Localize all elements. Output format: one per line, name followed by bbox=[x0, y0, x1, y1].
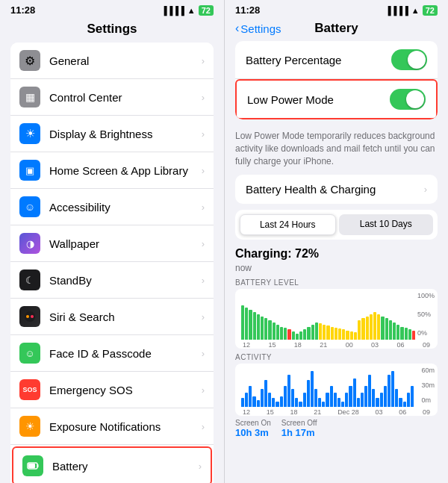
settings-list: ⚙ General › ▦ Control Center › ☀ Display… bbox=[0, 43, 224, 483]
activity-time-labels: 12 15 18 21 Dec 28 03 06 09 bbox=[241, 408, 432, 416]
chevron-icon: › bbox=[199, 461, 202, 472]
activity-bar bbox=[318, 398, 321, 407]
activity-bar bbox=[380, 393, 383, 407]
tab-24hours[interactable]: Last 24 Hours bbox=[240, 214, 336, 235]
act-time-06: 06 bbox=[399, 408, 406, 416]
battery-bar bbox=[408, 329, 411, 340]
exposure-label: Exposure Notifications bbox=[49, 420, 202, 433]
battery-bar bbox=[264, 318, 267, 340]
screen-off-label: Screen Off bbox=[281, 419, 317, 427]
chevron-icon: › bbox=[202, 165, 205, 176]
battery-toggles-section: Battery Percentage Low Power Mode bbox=[235, 41, 438, 119]
battery-percentage-label: Battery Percentage bbox=[246, 54, 341, 66]
activity-bar bbox=[384, 386, 387, 408]
emergency-icon: SOS bbox=[19, 379, 40, 400]
activity-chart: 60m 30m 0m 12 15 18 21 Dec 28 03 06 09 bbox=[235, 364, 438, 416]
control-center-label: Control Center bbox=[49, 91, 202, 104]
battery-bar bbox=[342, 329, 345, 340]
battery-bar bbox=[400, 327, 403, 340]
sidebar-item-exposure[interactable]: ☀ Exposure Notifications › bbox=[10, 408, 214, 445]
activity-bar bbox=[330, 386, 333, 408]
exposure-icon: ☀ bbox=[19, 416, 40, 437]
back-button[interactable]: ‹ Settings bbox=[235, 22, 281, 35]
battery-bar bbox=[389, 320, 392, 340]
activity-bar bbox=[252, 396, 255, 407]
battery-icon bbox=[22, 455, 43, 476]
sidebar-item-siri[interactable]: Siri & Search › bbox=[10, 299, 214, 335]
sidebar-item-wallpaper[interactable]: ◑ Wallpaper › bbox=[10, 225, 214, 262]
activity-bar bbox=[291, 389, 294, 407]
battery-health-row[interactable]: Battery Health & Charging › bbox=[235, 175, 438, 204]
sidebar-item-standby[interactable]: ☾ StandBy › bbox=[10, 262, 214, 299]
battery-percentage-toggle[interactable] bbox=[391, 49, 427, 70]
battery-bar bbox=[405, 328, 408, 340]
sidebar-item-emergency[interactable]: SOS Emergency SOS › bbox=[10, 372, 214, 408]
activity-bar bbox=[345, 393, 348, 407]
battery-bar bbox=[319, 323, 322, 340]
pct-50: 50% bbox=[417, 311, 435, 318]
toggle-knob bbox=[406, 90, 424, 108]
chart-pct-labels: 100% 50% 0% bbox=[417, 292, 435, 337]
act-0m: 0m bbox=[421, 396, 435, 404]
sidebar-item-general[interactable]: ⚙ General › bbox=[10, 43, 214, 79]
tab-10days[interactable]: Last 10 Days bbox=[339, 214, 434, 235]
accessibility-label: Accessibility bbox=[49, 201, 202, 214]
left-panel: 11:28 ▐▐▐▐ ▲ 72 Settings ⚙ General › ▦ C… bbox=[0, 0, 224, 483]
act-time-12: 12 bbox=[243, 408, 250, 416]
battery-bar bbox=[350, 331, 353, 340]
svg-point-2 bbox=[31, 315, 34, 318]
sidebar-item-battery[interactable]: Battery › bbox=[12, 446, 212, 483]
activity-bar bbox=[264, 380, 267, 407]
general-label: General bbox=[49, 54, 202, 67]
battery-bar bbox=[361, 318, 364, 340]
general-icon: ⚙ bbox=[19, 50, 40, 71]
battery-bar bbox=[393, 322, 396, 340]
battery-bar bbox=[396, 325, 399, 340]
sidebar-item-display[interactable]: ☀ Display & Brightness › bbox=[10, 116, 214, 152]
screen-info: Screen On 10h 3m Screen Off 1h 17m bbox=[225, 416, 448, 438]
act-60m: 60m bbox=[421, 367, 435, 374]
sidebar-item-face-id[interactable]: ☺ Face ID & Passcode › bbox=[10, 335, 214, 372]
control-center-icon: ▦ bbox=[19, 87, 40, 107]
activity-bar bbox=[395, 389, 398, 407]
right-title: Battery bbox=[314, 21, 358, 36]
left-status-bar: 11:28 ▐▐▐▐ ▲ 72 bbox=[0, 0, 224, 19]
signal-icon: ▐▐▐▐ bbox=[161, 6, 184, 15]
left-header: Settings bbox=[0, 19, 224, 43]
act-time-21: 21 bbox=[314, 408, 321, 416]
face-id-icon: ☺ bbox=[19, 343, 40, 364]
svg-rect-5 bbox=[37, 464, 39, 467]
screen-on-info: Screen On 10h 3m bbox=[235, 419, 271, 438]
act-time-18: 18 bbox=[290, 408, 298, 416]
battery-bar bbox=[323, 325, 326, 340]
sidebar-item-accessibility[interactable]: ☺ Accessibility › bbox=[10, 189, 214, 225]
screen-on-label: Screen On bbox=[235, 419, 271, 427]
activity-bar bbox=[276, 402, 279, 407]
standby-label: StandBy bbox=[49, 274, 202, 287]
battery-bar bbox=[245, 308, 248, 340]
back-chevron-icon: ‹ bbox=[235, 22, 239, 35]
time-00: 00 bbox=[346, 341, 353, 349]
battery-level-chart-section: BATTERY LEVEL 100% 50% 0% 12 15 18 21 00… bbox=[235, 278, 438, 349]
screen-off-info: Screen Off 1h 17m bbox=[281, 419, 317, 438]
chevron-icon: › bbox=[202, 311, 205, 322]
chevron-icon: › bbox=[202, 348, 205, 359]
battery-bar bbox=[268, 320, 271, 340]
low-power-toggle[interactable] bbox=[390, 89, 426, 110]
activity-bar bbox=[407, 393, 410, 407]
signal-icon-right: ▐▐▐▐ bbox=[385, 6, 408, 15]
sidebar-item-control-center[interactable]: ▦ Control Center › bbox=[10, 79, 214, 116]
tabs-container: Last 24 Hours Last 10 Days bbox=[235, 210, 438, 240]
emergency-label: Emergency SOS bbox=[49, 384, 202, 396]
svg-point-1 bbox=[26, 315, 29, 318]
activity-bar bbox=[337, 398, 340, 407]
activity-bar bbox=[299, 402, 302, 407]
standby-icon: ☾ bbox=[19, 269, 40, 290]
activity-bar bbox=[334, 393, 337, 407]
face-id-label: Face ID & Passcode bbox=[49, 347, 202, 360]
screen-off-val: 1h 17m bbox=[281, 427, 317, 438]
activity-bar bbox=[388, 375, 391, 407]
sidebar-item-home-screen[interactable]: ▣ Home Screen & App Library › bbox=[10, 152, 214, 189]
battery-bar bbox=[261, 317, 264, 340]
act-time-09: 09 bbox=[423, 408, 430, 416]
